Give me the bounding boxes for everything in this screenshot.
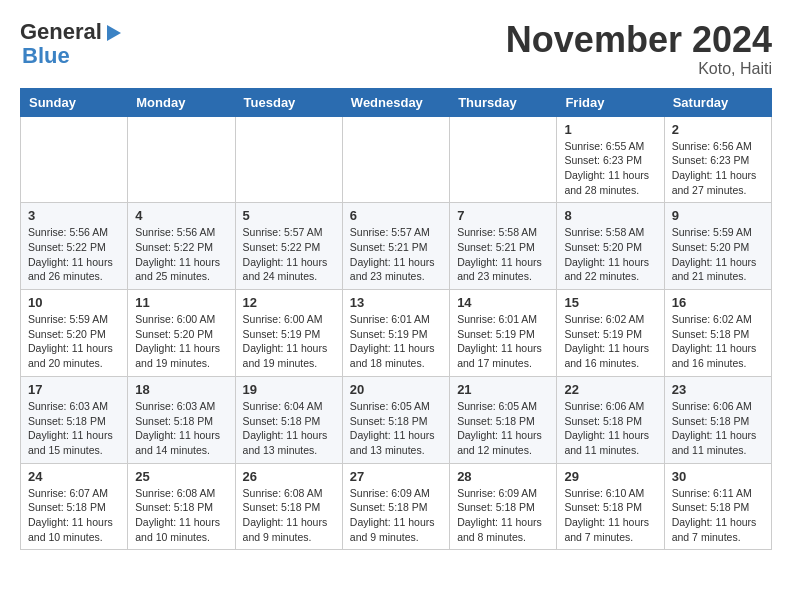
calendar-cell-4-6: 22Sunrise: 6:06 AMSunset: 5:18 PMDayligh… xyxy=(557,376,664,463)
day-info: Sunrise: 6:08 AMSunset: 5:18 PMDaylight:… xyxy=(243,486,335,545)
day-number: 22 xyxy=(564,382,656,397)
calendar-cell-2-5: 7Sunrise: 5:58 AMSunset: 5:21 PMDaylight… xyxy=(450,203,557,290)
day-number: 3 xyxy=(28,208,120,223)
weekday-header-row: SundayMondayTuesdayWednesdayThursdayFrid… xyxy=(21,88,772,116)
day-info: Sunrise: 5:56 AMSunset: 5:22 PMDaylight:… xyxy=(135,225,227,284)
day-number: 2 xyxy=(672,122,764,137)
calendar-cell-5-4: 27Sunrise: 6:09 AMSunset: 5:18 PMDayligh… xyxy=(342,463,449,550)
calendar-week-5: 24Sunrise: 6:07 AMSunset: 5:18 PMDayligh… xyxy=(21,463,772,550)
weekday-header-wednesday: Wednesday xyxy=(342,88,449,116)
calendar-cell-1-1 xyxy=(21,116,128,203)
calendar-cell-4-5: 21Sunrise: 6:05 AMSunset: 5:18 PMDayligh… xyxy=(450,376,557,463)
calendar-cell-4-7: 23Sunrise: 6:06 AMSunset: 5:18 PMDayligh… xyxy=(664,376,771,463)
calendar-table: SundayMondayTuesdayWednesdayThursdayFrid… xyxy=(20,88,772,551)
calendar-cell-5-7: 30Sunrise: 6:11 AMSunset: 5:18 PMDayligh… xyxy=(664,463,771,550)
calendar-cell-5-6: 29Sunrise: 6:10 AMSunset: 5:18 PMDayligh… xyxy=(557,463,664,550)
calendar-cell-2-7: 9Sunrise: 5:59 AMSunset: 5:20 PMDaylight… xyxy=(664,203,771,290)
day-number: 26 xyxy=(243,469,335,484)
day-info: Sunrise: 6:01 AMSunset: 5:19 PMDaylight:… xyxy=(457,312,549,371)
day-number: 8 xyxy=(564,208,656,223)
calendar-cell-3-5: 14Sunrise: 6:01 AMSunset: 5:19 PMDayligh… xyxy=(450,290,557,377)
day-number: 13 xyxy=(350,295,442,310)
day-info: Sunrise: 6:11 AMSunset: 5:18 PMDaylight:… xyxy=(672,486,764,545)
day-info: Sunrise: 6:10 AMSunset: 5:18 PMDaylight:… xyxy=(564,486,656,545)
day-info: Sunrise: 5:57 AMSunset: 5:22 PMDaylight:… xyxy=(243,225,335,284)
day-info: Sunrise: 5:57 AMSunset: 5:21 PMDaylight:… xyxy=(350,225,442,284)
page-header: General Blue November 2024 Koto, Haiti xyxy=(20,20,772,78)
calendar-cell-1-6: 1Sunrise: 6:55 AMSunset: 6:23 PMDaylight… xyxy=(557,116,664,203)
day-number: 19 xyxy=(243,382,335,397)
calendar-cell-4-3: 19Sunrise: 6:04 AMSunset: 5:18 PMDayligh… xyxy=(235,376,342,463)
day-number: 9 xyxy=(672,208,764,223)
day-number: 6 xyxy=(350,208,442,223)
day-number: 30 xyxy=(672,469,764,484)
calendar-week-4: 17Sunrise: 6:03 AMSunset: 5:18 PMDayligh… xyxy=(21,376,772,463)
calendar-cell-4-1: 17Sunrise: 6:03 AMSunset: 5:18 PMDayligh… xyxy=(21,376,128,463)
day-number: 20 xyxy=(350,382,442,397)
day-info: Sunrise: 5:59 AMSunset: 5:20 PMDaylight:… xyxy=(28,312,120,371)
day-info: Sunrise: 6:00 AMSunset: 5:19 PMDaylight:… xyxy=(243,312,335,371)
calendar-cell-1-4 xyxy=(342,116,449,203)
day-info: Sunrise: 6:05 AMSunset: 5:18 PMDaylight:… xyxy=(457,399,549,458)
calendar-week-1: 1Sunrise: 6:55 AMSunset: 6:23 PMDaylight… xyxy=(21,116,772,203)
calendar-cell-5-3: 26Sunrise: 6:08 AMSunset: 5:18 PMDayligh… xyxy=(235,463,342,550)
calendar-cell-2-3: 5Sunrise: 5:57 AMSunset: 5:22 PMDaylight… xyxy=(235,203,342,290)
calendar-cell-3-2: 11Sunrise: 6:00 AMSunset: 5:20 PMDayligh… xyxy=(128,290,235,377)
day-number: 4 xyxy=(135,208,227,223)
calendar-cell-3-6: 15Sunrise: 6:02 AMSunset: 5:19 PMDayligh… xyxy=(557,290,664,377)
title-block: November 2024 Koto, Haiti xyxy=(506,20,772,78)
day-info: Sunrise: 6:56 AMSunset: 6:23 PMDaylight:… xyxy=(672,139,764,198)
calendar-cell-3-4: 13Sunrise: 6:01 AMSunset: 5:19 PMDayligh… xyxy=(342,290,449,377)
day-number: 25 xyxy=(135,469,227,484)
day-info: Sunrise: 6:55 AMSunset: 6:23 PMDaylight:… xyxy=(564,139,656,198)
logo: General Blue xyxy=(20,20,121,68)
weekday-header-tuesday: Tuesday xyxy=(235,88,342,116)
calendar-cell-1-5 xyxy=(450,116,557,203)
calendar-cell-2-1: 3Sunrise: 5:56 AMSunset: 5:22 PMDaylight… xyxy=(21,203,128,290)
calendar-cell-1-7: 2Sunrise: 6:56 AMSunset: 6:23 PMDaylight… xyxy=(664,116,771,203)
calendar-cell-4-2: 18Sunrise: 6:03 AMSunset: 5:18 PMDayligh… xyxy=(128,376,235,463)
day-number: 10 xyxy=(28,295,120,310)
day-info: Sunrise: 6:06 AMSunset: 5:18 PMDaylight:… xyxy=(672,399,764,458)
logo-blue: Blue xyxy=(22,44,121,68)
calendar-cell-1-2 xyxy=(128,116,235,203)
day-info: Sunrise: 6:06 AMSunset: 5:18 PMDaylight:… xyxy=(564,399,656,458)
calendar-cell-2-4: 6Sunrise: 5:57 AMSunset: 5:21 PMDaylight… xyxy=(342,203,449,290)
day-number: 11 xyxy=(135,295,227,310)
day-number: 12 xyxy=(243,295,335,310)
day-info: Sunrise: 6:03 AMSunset: 5:18 PMDaylight:… xyxy=(28,399,120,458)
logo-arrow-icon xyxy=(107,25,121,41)
day-number: 24 xyxy=(28,469,120,484)
day-info: Sunrise: 6:01 AMSunset: 5:19 PMDaylight:… xyxy=(350,312,442,371)
weekday-header-friday: Friday xyxy=(557,88,664,116)
day-info: Sunrise: 6:05 AMSunset: 5:18 PMDaylight:… xyxy=(350,399,442,458)
day-info: Sunrise: 6:03 AMSunset: 5:18 PMDaylight:… xyxy=(135,399,227,458)
day-info: Sunrise: 6:04 AMSunset: 5:18 PMDaylight:… xyxy=(243,399,335,458)
calendar-cell-4-4: 20Sunrise: 6:05 AMSunset: 5:18 PMDayligh… xyxy=(342,376,449,463)
logo-general: General xyxy=(20,20,102,44)
month-title: November 2024 xyxy=(506,20,772,60)
calendar-cell-5-5: 28Sunrise: 6:09 AMSunset: 5:18 PMDayligh… xyxy=(450,463,557,550)
location-subtitle: Koto, Haiti xyxy=(506,60,772,78)
day-info: Sunrise: 6:00 AMSunset: 5:20 PMDaylight:… xyxy=(135,312,227,371)
day-info: Sunrise: 6:09 AMSunset: 5:18 PMDaylight:… xyxy=(457,486,549,545)
day-info: Sunrise: 5:58 AMSunset: 5:21 PMDaylight:… xyxy=(457,225,549,284)
day-number: 27 xyxy=(350,469,442,484)
weekday-header-thursday: Thursday xyxy=(450,88,557,116)
day-number: 23 xyxy=(672,382,764,397)
day-info: Sunrise: 6:09 AMSunset: 5:18 PMDaylight:… xyxy=(350,486,442,545)
weekday-header-monday: Monday xyxy=(128,88,235,116)
day-number: 17 xyxy=(28,382,120,397)
calendar-cell-2-6: 8Sunrise: 5:58 AMSunset: 5:20 PMDaylight… xyxy=(557,203,664,290)
day-number: 29 xyxy=(564,469,656,484)
calendar-week-3: 10Sunrise: 5:59 AMSunset: 5:20 PMDayligh… xyxy=(21,290,772,377)
day-number: 14 xyxy=(457,295,549,310)
calendar-cell-3-1: 10Sunrise: 5:59 AMSunset: 5:20 PMDayligh… xyxy=(21,290,128,377)
day-number: 1 xyxy=(564,122,656,137)
day-number: 16 xyxy=(672,295,764,310)
day-number: 21 xyxy=(457,382,549,397)
day-info: Sunrise: 5:58 AMSunset: 5:20 PMDaylight:… xyxy=(564,225,656,284)
day-number: 18 xyxy=(135,382,227,397)
day-info: Sunrise: 6:08 AMSunset: 5:18 PMDaylight:… xyxy=(135,486,227,545)
calendar-cell-2-2: 4Sunrise: 5:56 AMSunset: 5:22 PMDaylight… xyxy=(128,203,235,290)
